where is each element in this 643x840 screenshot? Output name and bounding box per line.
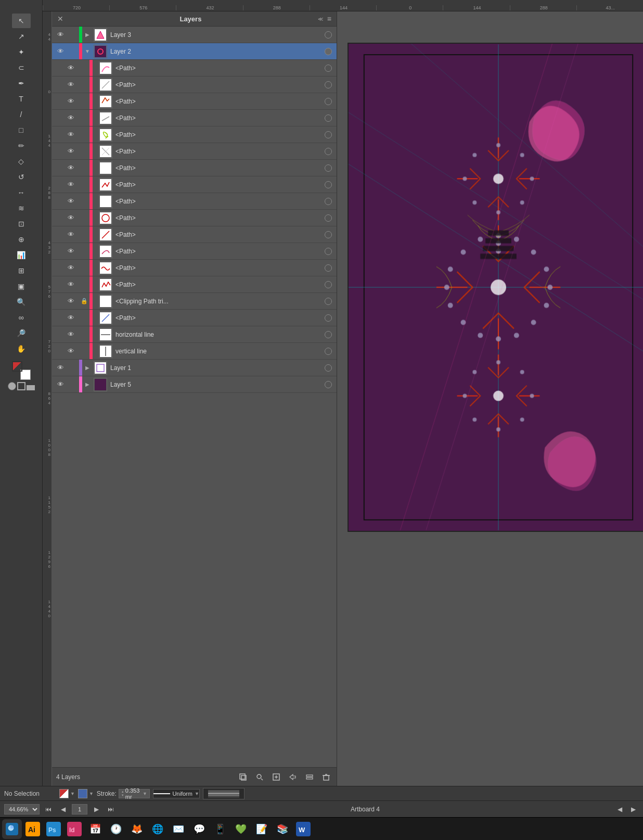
layer-target-circle[interactable] bbox=[320, 164, 337, 172]
layer-visibility-toggle[interactable]: 👁 bbox=[62, 281, 79, 288]
layer-expand-button[interactable]: ▼ bbox=[82, 48, 93, 54]
taskbar-finder[interactable] bbox=[2, 819, 22, 839]
next-artboard-button[interactable]: ▶ bbox=[91, 804, 102, 815]
direct-selection-tool[interactable]: ↗ bbox=[12, 29, 31, 44]
search-layers-button[interactable] bbox=[253, 771, 266, 783]
layer-visibility-toggle[interactable]: 👁 bbox=[62, 147, 79, 155]
pencil-tool[interactable]: ✏ bbox=[12, 138, 31, 153]
panel-collapse-button[interactable]: ≪ bbox=[318, 16, 323, 22]
prev-artboard-button[interactable]: ◀ bbox=[57, 804, 69, 815]
delete-layer-button[interactable] bbox=[320, 771, 332, 783]
layer-target-circle[interactable] bbox=[320, 298, 337, 305]
panel-menu-button[interactable]: ≡ bbox=[327, 15, 331, 23]
none-color[interactable] bbox=[27, 382, 35, 390]
layer-target-circle[interactable] bbox=[320, 31, 337, 39]
layer-visibility-toggle[interactable]: 👁 bbox=[62, 97, 79, 105]
layer-target-circle[interactable] bbox=[320, 348, 337, 355]
layer-target-circle[interactable] bbox=[320, 231, 337, 238]
layer-target-circle[interactable] bbox=[320, 281, 337, 288]
layer-visibility-toggle[interactable]: 👁 bbox=[62, 314, 79, 322]
line-tool[interactable]: / bbox=[12, 107, 31, 122]
layer-row[interactable]: 👁 <Path> bbox=[52, 110, 337, 126]
layer-row[interactable]: 👁 <Path> bbox=[52, 93, 337, 110]
last-artboard-button[interactable]: ⏭ bbox=[105, 804, 117, 815]
stroke-value-dropdown[interactable]: ▼ bbox=[143, 791, 147, 796]
layer-visibility-toggle[interactable]: 👁 bbox=[62, 64, 79, 72]
layer-row[interactable]: 👁 <Path> bbox=[52, 310, 337, 326]
lasso-tool[interactable]: ⊂ bbox=[12, 60, 31, 75]
layer-visibility-toggle[interactable]: 👁 bbox=[62, 214, 79, 222]
eraser-tool[interactable]: ◇ bbox=[12, 154, 31, 169]
stroke-value-input[interactable]: ▲ ▼ 0.353 mr ▼ bbox=[119, 789, 150, 798]
layer-target-circle[interactable] bbox=[320, 48, 337, 55]
layer-visibility-toggle[interactable]: 👁 bbox=[62, 131, 79, 138]
layer-visibility-toggle[interactable]: 👁 bbox=[52, 31, 69, 39]
layer-row[interactable]: 👁 <Path> bbox=[52, 276, 337, 293]
warp-tool[interactable]: ≋ bbox=[12, 201, 31, 215]
taskbar-clock[interactable]: 🕐 bbox=[106, 819, 126, 839]
panel-close-button[interactable]: ✕ bbox=[57, 15, 63, 23]
layer-visibility-toggle[interactable]: 👁 bbox=[62, 264, 79, 272]
zoom-tool[interactable]: 🔎 bbox=[12, 326, 31, 340]
artboard-nav-left[interactable]: ◀ bbox=[614, 804, 625, 815]
taskbar-whatsapp[interactable]: 📱 bbox=[210, 819, 230, 839]
artboard-nav-right[interactable]: ▶ bbox=[627, 804, 639, 815]
layer-visibility-toggle[interactable]: 👁 bbox=[62, 347, 79, 355]
layer-visibility-toggle[interactable]: 👁 bbox=[62, 114, 79, 122]
layer-target-circle[interactable] bbox=[320, 331, 337, 338]
layer-visibility-toggle[interactable]: 👁 bbox=[62, 181, 79, 188]
layer-row[interactable]: 👁 ▶ Layer 3 bbox=[52, 27, 337, 43]
collect-in-layer-button[interactable] bbox=[303, 771, 316, 783]
pen-tool[interactable]: ✒ bbox=[12, 76, 31, 91]
layer-visibility-toggle[interactable]: 👁 bbox=[52, 364, 69, 372]
layers-list[interactable]: 👁 ▶ Layer 3 bbox=[52, 27, 337, 767]
layer-visibility-toggle[interactable]: 👁 bbox=[62, 247, 79, 255]
stroke-up[interactable]: ▲ bbox=[121, 790, 124, 793]
stroke-style-section[interactable]: Uniform ▼ bbox=[153, 789, 200, 798]
text-tool[interactable]: T bbox=[12, 92, 31, 106]
layer-row[interactable]: 👁 ▼ Layer 2 bbox=[52, 43, 337, 60]
stroke-dropdown-arrow[interactable]: ▼ bbox=[89, 791, 94, 796]
first-artboard-button[interactable]: ⏮ bbox=[43, 804, 54, 815]
eyedropper-tool[interactable]: 🔍 bbox=[12, 295, 31, 309]
new-layer-button[interactable] bbox=[270, 771, 282, 783]
layer-row[interactable]: 👁 <Path> bbox=[52, 243, 337, 260]
hand-tool[interactable]: ✋ bbox=[12, 341, 31, 356]
stroke-down[interactable]: ▼ bbox=[121, 794, 124, 797]
taskbar-kindle[interactable]: 📚 bbox=[273, 819, 292, 839]
fill-dropdown-arrow[interactable]: ▼ bbox=[70, 791, 75, 796]
width-profile-button[interactable] bbox=[203, 788, 245, 799]
layer-visibility-toggle[interactable]: 👁 bbox=[62, 164, 79, 172]
stroke-color[interactable] bbox=[17, 382, 25, 390]
taskbar-chrome[interactable]: 🌐 bbox=[148, 819, 168, 839]
taskbar-notes[interactable]: 📝 bbox=[252, 819, 272, 839]
shape-builder-tool[interactable]: ⊕ bbox=[12, 232, 31, 247]
layer-target-circle[interactable] bbox=[320, 214, 337, 222]
layer-target-circle[interactable] bbox=[320, 198, 337, 205]
taskbar-mail[interactable]: ✉️ bbox=[169, 819, 188, 839]
layer-row[interactable]: 👁 vertical line bbox=[52, 343, 337, 360]
layer-row[interactable]: 👁 <Path> bbox=[52, 60, 337, 77]
taskbar-ps[interactable]: Ps bbox=[44, 819, 63, 839]
layer-visibility-toggle[interactable]: 👁 bbox=[62, 330, 79, 338]
layer-visibility-toggle[interactable]: 👁 bbox=[62, 197, 79, 205]
layer-visibility-toggle[interactable]: 👁 bbox=[52, 47, 69, 55]
layer-target-circle[interactable] bbox=[320, 364, 337, 372]
layer-target-circle[interactable] bbox=[320, 248, 337, 255]
layer-target-circle[interactable] bbox=[320, 114, 337, 122]
layer-row[interactable]: 👁 <Path> bbox=[52, 176, 337, 193]
layer-target-circle[interactable] bbox=[320, 181, 337, 188]
layer-row[interactable]: 👁 <Path> bbox=[52, 193, 337, 210]
layer-row[interactable]: 👁 ▶ Layer 5 bbox=[52, 376, 337, 393]
layer-row[interactable]: 👁 <Path> bbox=[52, 260, 337, 276]
layer-target-circle[interactable] bbox=[320, 81, 337, 88]
gradient-tool[interactable]: ▣ bbox=[12, 279, 31, 294]
layer-target-circle[interactable] bbox=[320, 264, 337, 272]
fill-stroke-widget[interactable] bbox=[12, 361, 31, 380]
layer-visibility-toggle[interactable]: 👁 bbox=[62, 297, 79, 305]
layer-target-circle[interactable] bbox=[320, 98, 337, 105]
magic-wand-tool[interactable]: ✦ bbox=[12, 45, 31, 59]
layer-visibility-toggle[interactable]: 👁 bbox=[62, 81, 79, 88]
data-chart-tool[interactable]: 📊 bbox=[12, 248, 31, 262]
taskbar-firefox[interactable]: 🦊 bbox=[127, 819, 147, 839]
